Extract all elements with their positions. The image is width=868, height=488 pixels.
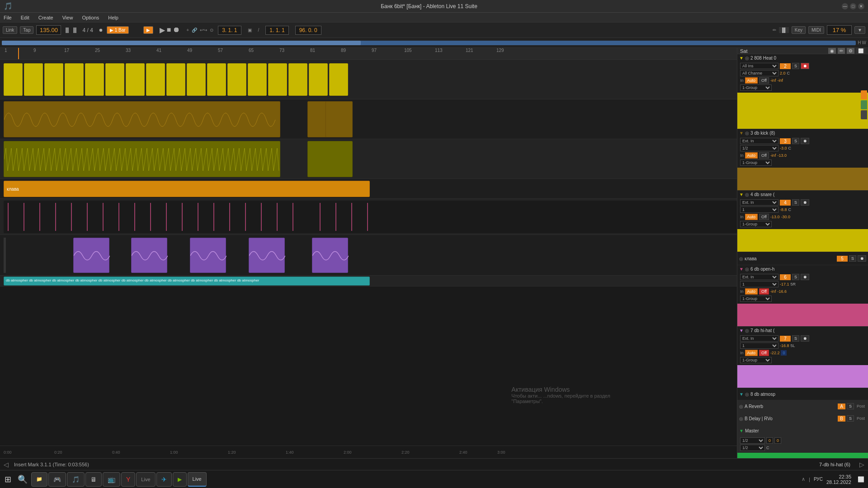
menu-options[interactable]: Options bbox=[80, 14, 101, 21]
ch3-input-select[interactable]: Ext. In bbox=[740, 199, 778, 206]
tempo-display[interactable]: 96. 0. 0 bbox=[295, 26, 321, 35]
ch6-icon[interactable]: ◎ bbox=[745, 328, 749, 333]
sat-btn-1[interactable]: ◉ bbox=[828, 48, 836, 54]
side-btn-gray[interactable] bbox=[861, 110, 867, 119]
taskbar-yandex[interactable]: Y bbox=[121, 472, 135, 487]
close-button[interactable]: ✕ bbox=[858, 3, 864, 9]
menu-file[interactable]: File bbox=[2, 14, 14, 21]
menu-help[interactable]: Help bbox=[106, 14, 120, 21]
clip-yellow[interactable] bbox=[288, 63, 307, 96]
ch10-expand[interactable]: ▼ bbox=[739, 428, 744, 433]
clip-yellow[interactable] bbox=[166, 63, 185, 96]
sat-btn-2[interactable]: ✏ bbox=[838, 48, 845, 54]
ch2-group[interactable]: 1-Group bbox=[740, 160, 772, 166]
ch4-s-btn[interactable]: S bbox=[849, 255, 856, 262]
arrangement-view-button[interactable]: ▶ bbox=[143, 26, 153, 34]
ch2-input-select[interactable]: Ext. In bbox=[740, 138, 778, 144]
ch6-auto[interactable]: Auto bbox=[745, 350, 758, 356]
ch5-r-btn[interactable]: ⏺ bbox=[801, 274, 809, 280]
ch1-off[interactable]: Off bbox=[759, 77, 769, 84]
time-signature[interactable]: 4 / 4 bbox=[83, 27, 93, 33]
clip-purple-2[interactable] bbox=[131, 238, 167, 273]
empty-track-area[interactable] bbox=[0, 286, 737, 458]
clip-yellow[interactable] bbox=[146, 63, 165, 96]
midi-out-icon[interactable]: ▷ bbox=[859, 461, 864, 468]
ch4-icon[interactable]: ◎ bbox=[739, 256, 743, 261]
ch6-num[interactable]: 7 bbox=[780, 336, 791, 342]
ch6-off[interactable]: Off bbox=[759, 350, 769, 356]
ch5-input-select[interactable]: Ext. In bbox=[740, 274, 778, 280]
track-content[interactable]: клава bbox=[0, 60, 737, 458]
ch6-r-btn[interactable]: ⏺ bbox=[801, 335, 809, 342]
search-button[interactable]: 🔍 bbox=[15, 474, 30, 485]
ch2-input2-select[interactable]: 1/2 bbox=[740, 145, 778, 151]
clip-yellow[interactable] bbox=[4, 63, 23, 96]
ch1-num[interactable]: 2 bbox=[780, 63, 791, 69]
ch9-letter[interactable]: B bbox=[838, 416, 845, 422]
taskbar-telegram[interactable]: ✈ bbox=[156, 472, 172, 487]
zoom-button[interactable]: ▼ bbox=[854, 26, 865, 34]
ch5-num[interactable]: 6 bbox=[780, 274, 791, 280]
start-button[interactable]: ⊞ bbox=[2, 474, 14, 485]
ch10-input2[interactable]: 1/2 bbox=[740, 445, 765, 451]
sat-btn-3[interactable]: ⚙ bbox=[847, 48, 854, 54]
play-button[interactable]: ▶ bbox=[160, 26, 165, 34]
clip-yellow[interactable] bbox=[207, 63, 226, 96]
ch6-s-btn[interactable]: S bbox=[792, 335, 799, 342]
ch1-auto[interactable]: Auto bbox=[745, 77, 758, 84]
taskbar-live-1[interactable]: Live bbox=[136, 472, 155, 487]
clip-klava[interactable]: клава bbox=[4, 181, 370, 197]
ch6-input-select[interactable]: Ext. In bbox=[740, 335, 778, 342]
clip-kick-1[interactable] bbox=[4, 101, 280, 137]
position-display-2[interactable]: 1. 1. 1 bbox=[265, 26, 288, 35]
ch3-group[interactable]: 1-Group bbox=[740, 221, 772, 227]
ch5-icon[interactable]: ◎ bbox=[745, 267, 749, 272]
w-btn[interactable]: W bbox=[862, 40, 866, 45]
clip-purple-5[interactable] bbox=[312, 238, 348, 273]
ch3-off[interactable]: Off bbox=[759, 214, 769, 220]
clip-yellow[interactable] bbox=[329, 63, 348, 96]
tap-button[interactable]: Tap bbox=[20, 26, 33, 34]
ch8-expand[interactable]: ◎ bbox=[739, 404, 743, 409]
ch9-post[interactable]: Post bbox=[855, 416, 866, 421]
h-btn[interactable]: H bbox=[858, 40, 861, 45]
sat-btn-4[interactable]: ⬜ bbox=[856, 48, 865, 54]
ch3-s-btn[interactable]: S bbox=[792, 199, 799, 206]
clip-kick-3[interactable] bbox=[326, 101, 353, 137]
key-button[interactable]: Key bbox=[792, 26, 806, 34]
menu-view[interactable]: View bbox=[61, 14, 75, 21]
scrub-track[interactable] bbox=[2, 41, 856, 45]
ch5-group[interactable]: 1-Group bbox=[740, 296, 772, 302]
ch5-s-btn[interactable]: S bbox=[792, 274, 799, 280]
clip-yellow[interactable] bbox=[309, 63, 328, 96]
clip-snare-2[interactable] bbox=[307, 141, 353, 177]
ch2-off[interactable]: Off bbox=[759, 152, 769, 159]
zoom-display[interactable]: 17 % bbox=[827, 25, 852, 35]
ch6-expand[interactable]: ▼ bbox=[739, 328, 744, 333]
ch10-input1[interactable]: 1/2 bbox=[740, 437, 765, 444]
ch1-input2-select[interactable]: All Channe bbox=[740, 70, 778, 76]
minimize-button[interactable]: — bbox=[842, 3, 848, 9]
ch5-auto[interactable]: Auto bbox=[745, 288, 758, 295]
loop-button[interactable]: ▶ 1 Bar bbox=[107, 26, 129, 34]
ch6-input2-select[interactable]: 1 bbox=[740, 343, 778, 349]
ch7-expand[interactable]: ▼ bbox=[739, 392, 744, 397]
position-display[interactable]: 3. 1. 1 bbox=[218, 26, 241, 35]
stop-button[interactable]: ■ bbox=[167, 26, 171, 34]
taskbar-nvidia[interactable]: ▶ bbox=[173, 472, 187, 487]
clip-yellow[interactable] bbox=[105, 63, 124, 96]
ch1-s-btn[interactable]: S bbox=[792, 63, 799, 69]
ch2-r-btn[interactable]: ⏺ bbox=[801, 138, 809, 144]
clip-yellow[interactable] bbox=[126, 63, 145, 96]
ch2-s-btn[interactable]: S bbox=[792, 138, 799, 144]
taskbar-steam[interactable]: 🎵 bbox=[67, 472, 85, 487]
ch8-letter[interactable]: A bbox=[838, 404, 845, 409]
ch3-r-btn[interactable]: ⏺ bbox=[801, 199, 809, 206]
ch9-expand[interactable]: ◎ bbox=[739, 416, 743, 421]
clip-purple-1[interactable] bbox=[73, 238, 109, 273]
ch4-num[interactable]: 5 bbox=[837, 256, 848, 262]
ch2-auto[interactable]: Auto bbox=[745, 152, 758, 159]
record-button[interactable]: ⏺ bbox=[173, 26, 180, 34]
ch7-icon[interactable]: ◎ bbox=[745, 392, 749, 397]
ch1-icon[interactable]: ◎ bbox=[745, 56, 749, 61]
